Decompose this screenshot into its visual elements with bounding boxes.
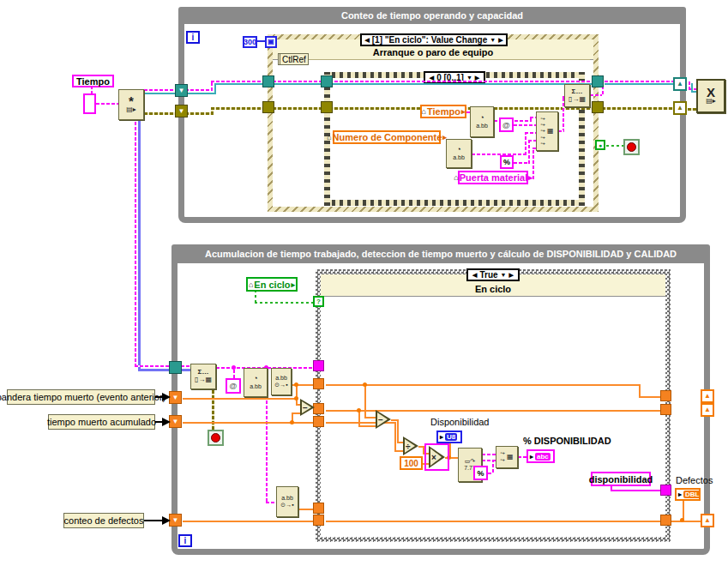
- disponibilidad-indicator-label: Disponibilidad: [430, 417, 490, 427]
- local-variable-tiempo[interactable]: ⌂Tiempo▸: [420, 105, 466, 118]
- top-frame-title: Conteo de tiempo operando y capacidad: [178, 7, 686, 24]
- case-selector[interactable]: ◀True▼▶: [466, 268, 520, 281]
- ctlref-node[interactable]: CtlRef: [278, 53, 309, 65]
- tunnel-orange-in: ▼: [169, 391, 182, 404]
- string-to-number-node[interactable]: a.bb⊙→▪: [271, 368, 292, 395]
- wire-junction: [357, 408, 361, 412]
- local-variable-numero-componente[interactable]: ⌂Numero de Componente▸: [333, 130, 441, 144]
- timeout-constant[interactable]: 300: [243, 36, 257, 48]
- format-icon: a.bb: [476, 123, 488, 129]
- house-icon: ⌂: [422, 107, 426, 116]
- at-constant[interactable]: @: [226, 378, 241, 394]
- wire: [135, 120, 136, 367]
- tunnel-orange-in: ▼: [169, 415, 182, 428]
- percent-constant[interactable]: %: [500, 155, 514, 169]
- wire: [532, 148, 534, 179]
- disponibilidad-local-label[interactable]: disponibilidad: [591, 472, 651, 486]
- stop-boolean-terminal[interactable]: [208, 430, 224, 446]
- case-structure-body: [321, 274, 665, 537]
- tunnel-orange-out: ▲: [701, 389, 714, 403]
- bottom-frame-title-text: Acumulacion de tiempo trabajado, detecci…: [205, 249, 677, 259]
- tunnel-orange: [313, 416, 324, 427]
- dropdown-icon[interactable]: ▼: [466, 75, 472, 81]
- tiempo-control-label[interactable]: Tiempo: [72, 75, 114, 87]
- percent-constant[interactable]: %: [473, 466, 488, 480]
- string-indicator-terminal[interactable]: ▸abc: [526, 449, 555, 463]
- arrow-right-icon: ▸: [678, 491, 682, 498]
- property-node[interactable]: ◔a.bb: [446, 139, 472, 168]
- tunnel-olive-out: ▲: [673, 101, 687, 115]
- u8-indicator-terminal[interactable]: ▸U8: [436, 431, 462, 443]
- tunnel-orange-out: ▲: [701, 514, 714, 527]
- free-label-bandera: bandera tiempo muerto (evento anterior): [7, 389, 155, 405]
- local-variable-puerta-material[interactable]: ⌂Puerta material▸: [458, 171, 528, 184]
- arrow-right-icon: ▸: [528, 173, 532, 182]
- wire: [472, 154, 525, 155]
- prev-case-icon[interactable]: ◀: [364, 37, 369, 44]
- prev-case-icon[interactable]: ◀: [472, 272, 477, 279]
- wire: [611, 490, 660, 491]
- dbl-indicator-terminal[interactable]: ▸DBL: [675, 488, 701, 501]
- tunnel-orange: [313, 378, 324, 389]
- subtract-node[interactable]: −: [376, 410, 391, 429]
- clock-icon: ◔: [456, 146, 460, 154]
- wire: [364, 417, 376, 418]
- wire: [266, 502, 276, 503]
- wire-junction: [294, 382, 298, 387]
- string-to-number-node[interactable]: a.bb⊙→▪: [276, 486, 298, 517]
- wire: [590, 94, 602, 96]
- property-node[interactable]: ◔a.bb: [470, 106, 494, 137]
- sequence-border-bottom: [324, 200, 585, 206]
- case-name: En ciclo: [475, 284, 511, 294]
- convert-icon: ▯→▦: [569, 96, 586, 104]
- elapsed-time-node[interactable]: Σ…▯→▦: [190, 364, 216, 389]
- divide-node[interactable]: ÷: [403, 437, 418, 455]
- multiply-node[interactable]: ×: [429, 446, 445, 468]
- tunnel-teal: ▼: [175, 84, 188, 97]
- wire: [394, 450, 403, 452]
- local-variable-en-ciclo[interactable]: ⌂En ciclo▸: [246, 277, 298, 292]
- at-constant[interactable]: @: [499, 117, 514, 132]
- wire: [138, 120, 141, 370]
- tunnel-orange-in: ▼: [169, 514, 182, 527]
- elapsed-time-node[interactable]: Σ…▯→▦: [564, 84, 590, 107]
- tunnel-orange: [313, 515, 324, 526]
- dropdown-icon[interactable]: ▼: [490, 37, 496, 43]
- wire: [255, 302, 313, 304]
- constant-100[interactable]: 100: [400, 456, 423, 470]
- next-case-icon[interactable]: ▶: [498, 37, 502, 44]
- wire: [397, 419, 399, 442]
- wire: [364, 384, 366, 417]
- iteration-terminal[interactable]: i: [178, 534, 192, 547]
- tunnel-teal: [321, 75, 333, 87]
- format-icon: a.bb: [453, 154, 465, 161]
- obtain-queue-node[interactable]: *▤▸: [118, 89, 144, 120]
- wire: [397, 442, 403, 443]
- case-selector-terminal: ?: [313, 296, 324, 307]
- wire: [326, 521, 660, 522]
- compare-node[interactable]: −: [300, 399, 315, 416]
- dropdown-icon[interactable]: ▼: [501, 272, 507, 278]
- concatenate-strings-node[interactable]: ▫+▫+ ▦: [496, 446, 518, 468]
- tunnel-orange-out: ▲: [701, 403, 714, 417]
- wire: [326, 384, 639, 386]
- tunnel-olive: ▼: [175, 105, 188, 117]
- concatenate-strings-node[interactable]: ▫+▫+▫+▫+▫+ ▦: [536, 111, 558, 151]
- convert-icon: ▯→▦: [195, 376, 212, 384]
- iteration-terminal[interactable]: i: [186, 31, 200, 44]
- annotation-arrowhead: [162, 393, 171, 401]
- tiempo-string-control[interactable]: [83, 93, 96, 114]
- event-selector[interactable]: ◀[1] "En ciclo": Value Change▼▶: [360, 33, 508, 46]
- wire: [605, 81, 677, 82]
- wire-junction: [363, 382, 367, 387]
- format-datetime-node[interactable]: ◔a.bb: [244, 368, 268, 397]
- red-dot-icon: [211, 433, 220, 443]
- wire: [96, 103, 118, 105]
- stop-boolean-terminal[interactable]: [623, 139, 640, 155]
- wire: [183, 521, 313, 522]
- next-case-icon[interactable]: ▶: [509, 272, 514, 279]
- free-label-tiempo-muerto: tiempo muerto acumulado: [48, 414, 155, 430]
- release-queue-node[interactable]: X▤▸: [696, 79, 725, 113]
- format-icon: a.bb: [281, 495, 293, 502]
- wire-junction: [232, 365, 236, 370]
